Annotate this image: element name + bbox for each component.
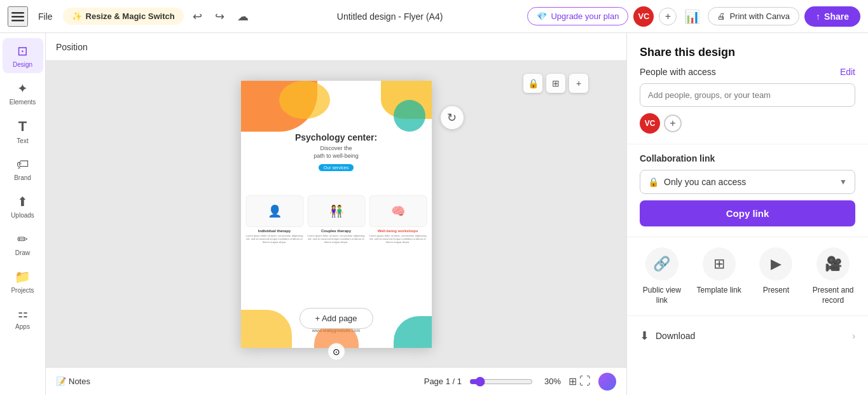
design-title: Psychology center:: [260, 132, 413, 143]
share-option-present[interactable]: ▶ Present: [750, 247, 801, 305]
collaboration-link-label: Collaboration link: [640, 153, 855, 163]
undo-button[interactable]: ↩: [189, 7, 206, 26]
print-button[interactable]: 🖨 Print with Canva: [708, 7, 799, 25]
magic-switch-button[interactable]: ✨ Resize & Magic Switch: [63, 8, 184, 25]
text-icon: T: [18, 118, 27, 135]
bottom-bar: 📝 Notes Page 1 / 1 30% ⊞ ⛶: [46, 367, 626, 395]
main-area: ⊡ Design ✦ Elements T Text 🏷 Brand ⬆ Upl…: [0, 33, 868, 395]
svg-rect-2: [11, 20, 24, 22]
left-sidebar: ⊡ Design ✦ Elements T Text 🏷 Brand ⬆ Upl…: [0, 33, 46, 395]
add-collaborator-button[interactable]: +: [659, 8, 677, 25]
toolbar: File ✨ Resize & Magic Switch ↩ ↪ ☁ Untit…: [0, 0, 868, 33]
position-label: Position: [56, 42, 88, 52]
rotate-handle[interactable]: ↻: [441, 106, 464, 129]
brand-icon: 🏷: [17, 157, 29, 172]
zoom-slider[interactable]: [469, 377, 533, 387]
canvas-content[interactable]: 🔒 ⊞ + Psychology center: Discover t: [46, 61, 626, 367]
sidebar-label-brand: Brand: [14, 174, 31, 181]
service-couples-icon: 👫: [307, 195, 365, 227]
sidebar-label-text: Text: [17, 137, 28, 144]
service-individual: 👤 Individual therapy Lorem ipsum dolor s…: [245, 195, 303, 244]
menu-icon-button[interactable]: [8, 6, 28, 27]
service-individual-icon: 👤: [245, 195, 303, 227]
share-option-public-link[interactable]: 🔗 Public view link: [637, 247, 687, 305]
template-link-icon: ⊞: [703, 247, 736, 281]
add-collaborator-icon-button[interactable]: +: [664, 114, 682, 132]
access-level-dropdown[interactable]: 🔒 Only you can access ▼: [640, 170, 855, 194]
svg-rect-0: [11, 12, 24, 14]
share-panel: Share this design People with access Edi…: [626, 33, 868, 395]
share-option-template-link[interactable]: ⊞ Template link: [694, 247, 745, 305]
add-page-button[interactable]: + Add page: [299, 308, 373, 329]
service-wellbeing-name: Well-being workshops: [369, 229, 427, 233]
sidebar-item-brand[interactable]: 🏷 Brand: [3, 152, 43, 186]
service-wellbeing-desc: Lorem ipsum dolor sit amet, consectetur …: [369, 234, 427, 244]
share-option-present-record[interactable]: 🎥 Present and record: [808, 247, 858, 305]
zoom-control: 30%: [469, 377, 561, 387]
service-couples-desc: Lorem ipsum dolor sit amet, consectetur …: [307, 234, 365, 244]
share-options-row: 🔗 Public view link ⊞ Template link ▶ Pre…: [627, 237, 868, 315]
analytics-button[interactable]: 📊: [682, 6, 703, 27]
bottom-avatar-circle: [598, 373, 616, 391]
design-icon: ⊡: [17, 43, 28, 59]
download-expand-icon: ›: [852, 331, 855, 341]
notes-icon: 📝: [56, 377, 66, 386]
sidebar-item-design[interactable]: ⊡ Design: [3, 38, 43, 73]
sidebar-label-design: Design: [13, 61, 32, 68]
hide-controls-container: ⊙: [327, 343, 345, 361]
upgrade-button[interactable]: 💎 Upgrade your plan: [527, 7, 628, 25]
lock-canvas-button[interactable]: 🔒: [523, 74, 542, 93]
fullscreen-button[interactable]: ⛶: [579, 375, 591, 388]
hide-controls-button[interactable]: ⊙: [327, 343, 345, 361]
collaborator-avatars: VC +: [640, 113, 855, 134]
sidebar-item-text[interactable]: T Text: [3, 113, 43, 149]
download-row[interactable]: ⬇ Download ›: [640, 324, 855, 348]
copy-link-button[interactable]: Copy link: [640, 200, 855, 226]
service-wellbeing-icon: 🧠: [369, 195, 427, 227]
sidebar-label-apps: Apps: [15, 323, 30, 330]
shape-bottom-left: [241, 310, 292, 348]
services-row: 👤 Individual therapy Lorem ipsum dolor s…: [245, 195, 427, 244]
cloud-save-button[interactable]: ☁: [233, 7, 252, 26]
shape-yellow-mid: [279, 81, 330, 119]
sidebar-item-apps[interactable]: ⚏ Apps: [3, 301, 43, 335]
grid-view-button[interactable]: ⊞: [568, 375, 577, 388]
user-avatar[interactable]: VC: [633, 6, 654, 27]
share-icon: ↑: [816, 11, 820, 22]
sidebar-item-uploads[interactable]: ⬆ Uploads: [3, 189, 43, 224]
sidebar-item-draw[interactable]: ✏ Draw: [3, 226, 43, 261]
sidebar-label-draw: Draw: [15, 249, 30, 256]
file-button[interactable]: File: [33, 9, 58, 24]
duplicate-canvas-button[interactable]: ⊞: [546, 74, 565, 93]
collaboration-link-section: Collaboration link 🔒 Only you can access…: [627, 144, 868, 234]
service-individual-name: Individual therapy: [245, 229, 303, 233]
share-button[interactable]: ↑ Share: [804, 6, 860, 27]
redo-button[interactable]: ↪: [211, 7, 228, 26]
add-canvas-button[interactable]: +: [569, 74, 588, 93]
document-title: Untitled design - Flyer (A4): [337, 11, 443, 22]
sidebar-item-projects[interactable]: 📁 Projects: [3, 264, 43, 299]
edit-access-link[interactable]: Edit: [840, 67, 855, 77]
sidebar-label-uploads: Uploads: [11, 212, 34, 219]
sidebar-item-elements[interactable]: ✦ Elements: [3, 76, 43, 111]
add-people-input[interactable]: [640, 83, 855, 107]
apps-icon: ⚏: [18, 307, 28, 321]
canvas-area: Position 🔒 ⊞ + Psychology cent: [46, 33, 626, 395]
sidebar-label-elements: Elements: [10, 99, 36, 106]
service-couples-name: Couples therapy: [307, 229, 365, 233]
uploads-icon: ⬆: [17, 194, 28, 209]
present-record-icon: 🎥: [816, 247, 850, 281]
service-wellbeing: 🧠 Well-being workshops Lorem ipsum dolor…: [369, 195, 427, 244]
lock-icon: 🔒: [648, 177, 659, 187]
svg-rect-1: [11, 16, 24, 18]
service-couples: 👫 Couples therapy Lorem ipsum dolor sit …: [307, 195, 365, 244]
people-label-text: People with access: [640, 67, 716, 77]
owner-avatar: VC: [640, 113, 660, 134]
dropdown-arrow-icon: ▼: [839, 177, 847, 186]
upgrade-gem-icon: 💎: [537, 11, 547, 21]
projects-icon: 📁: [15, 269, 31, 284]
zoom-label: 30%: [538, 377, 561, 386]
present-icon: ▶: [759, 247, 792, 281]
magic-icon: ✨: [72, 11, 82, 21]
notes-button[interactable]: 📝 Notes: [56, 377, 90, 386]
